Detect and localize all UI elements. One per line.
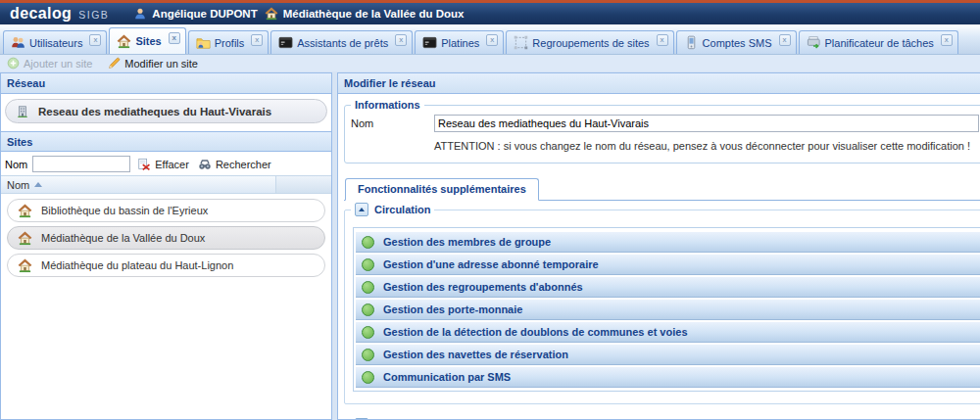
tab-utilisateurs[interactable]: Utilisateurs x: [3, 30, 107, 54]
scheduler-icon: [807, 35, 821, 50]
user-icon: [133, 7, 147, 21]
current-site-chip[interactable]: Médiathèque de la Vallée du Doux: [265, 7, 465, 21]
column-header-label: Nom: [7, 179, 29, 191]
sort-ascending-icon: [34, 182, 42, 187]
rename-warning-text: ATTENTION : si vous changez le nom du ré…: [434, 140, 979, 152]
tab-planificateur-de-taches[interactable]: Planificateur de tâches x: [799, 30, 958, 54]
circulation-features-list: Gestion des membres de groupe Gestion d'…: [353, 227, 980, 392]
feature-label: Gestion des membres de groupe: [383, 236, 551, 248]
close-icon[interactable]: x: [395, 34, 407, 46]
network-name-label: Nom: [351, 117, 434, 129]
feature-row[interactable]: Gestion des membres de groupe: [356, 232, 980, 253]
enabled-status-icon: [362, 258, 374, 271]
feature-row[interactable]: Gestion des regroupements d'abonnés: [356, 277, 980, 298]
add-site-button[interactable]: Ajouter un site: [7, 57, 92, 70]
tab-regroupements-de-sites[interactable]: Regroupements de sites x: [506, 30, 673, 54]
tab-fonctionnalites-supplementaires[interactable]: Fonctionnalités supplémentaires: [345, 178, 539, 201]
tab-label: Regroupements de sites: [532, 37, 649, 49]
app-logo: decalog: [10, 5, 72, 23]
network-header-label: Réseau: [7, 77, 45, 89]
close-icon[interactable]: x: [779, 34, 791, 46]
search-button[interactable]: Rechercher: [196, 157, 273, 172]
tab-label: Profils: [215, 37, 245, 49]
circulation-fieldset: Circulation Gestion des membres de group…: [344, 203, 980, 404]
phone-icon: [684, 35, 699, 50]
features-tab-strip: Fonctionnalités supplémentaires: [344, 178, 980, 201]
network-item-label: Reseau des mediatheques du Haut-Vivarais: [38, 106, 271, 117]
clear-filter-icon: [137, 158, 151, 171]
close-icon[interactable]: x: [89, 34, 101, 46]
site-name-filter-input[interactable]: [32, 156, 130, 172]
sites-grid-header[interactable]: Nom: [1, 175, 331, 194]
building-icon: [16, 105, 29, 118]
folder-icon: [196, 35, 211, 50]
terminal-icon: [422, 35, 437, 50]
edit-network-body: Informations Nom ATTENTION : si vous cha…: [338, 94, 980, 420]
tab-platines[interactable]: Platines x: [415, 30, 504, 54]
sites-header-label: Sites: [7, 136, 32, 148]
site-row[interactable]: Bibliothèque du bassin de l'Eyrieux: [7, 199, 325, 222]
site-row-selected[interactable]: Médiathèque de la Vallée du Doux: [7, 226, 325, 250]
home-icon: [117, 34, 131, 49]
sites-search-row: Nom Effacer Rechercher: [1, 152, 331, 175]
site-row[interactable]: Médiathèque du plateau du Haut-Lignon: [7, 254, 325, 277]
collapse-circulation-button[interactable]: [355, 203, 368, 216]
chevron-up-icon: [359, 208, 365, 211]
edit-site-label: Modifier un site: [124, 58, 198, 70]
tab-comptes-sms[interactable]: Comptes SMS x: [676, 30, 797, 54]
sites-list: Bibliothèque du bassin de l'Eyrieux Médi…: [1, 194, 331, 277]
close-icon[interactable]: x: [486, 34, 498, 46]
sites-panel: Réseau Reseau des mediatheques du Haut-V…: [0, 72, 332, 420]
plus-circle-icon: [7, 57, 20, 70]
tab-profils[interactable]: Profils x: [188, 30, 270, 54]
close-icon[interactable]: x: [251, 34, 263, 46]
close-icon[interactable]: x: [169, 32, 180, 44]
feature-row[interactable]: Gestion de la détection de doublons de c…: [356, 322, 980, 343]
feature-row[interactable]: Gestion d'une adresse abonné temporaire: [356, 255, 980, 275]
feature-row[interactable]: Gestion des porte-monnaie: [356, 300, 980, 320]
network-item[interactable]: Reseau des mediatheques du Haut-Vivarais: [5, 99, 327, 123]
clear-filter-label: Effacer: [155, 159, 189, 170]
feature-label: Gestion de la détection de doublons de c…: [383, 326, 688, 338]
app-logo-suffix: SIGB: [78, 9, 109, 21]
site-row-label: Médiathèque de la Vallée du Doux: [41, 232, 205, 244]
edit-network-header: Modifier le réseau: [338, 73, 980, 94]
enabled-status-icon: [362, 349, 374, 361]
feature-row[interactable]: Gestion des navettes de réservation: [356, 345, 980, 365]
enabled-status-icon: [362, 303, 374, 316]
circulation-legend-wrap: Circulation: [351, 203, 434, 216]
edit-network-header-label: Modifier le réseau: [344, 77, 436, 89]
tab-label: Assistants de prêts: [297, 37, 388, 49]
current-user-chip[interactable]: Angélique DUPONT: [133, 7, 257, 21]
enabled-status-icon: [362, 326, 374, 339]
enabled-status-icon: [362, 236, 374, 249]
home-icon: [18, 258, 32, 273]
main-tab-bar: Utilisateurs x Sites x Profils x Assista…: [0, 24, 980, 55]
site-row-label: Médiathèque du plateau du Haut-Lignon: [41, 259, 233, 271]
tab-assistants-de-prets[interactable]: Assistants de prêts x: [270, 30, 413, 54]
network-name-input[interactable]: [434, 115, 979, 132]
selection-icon: [514, 35, 528, 50]
informations-fieldset: Informations Nom ATTENTION : si vous cha…: [344, 99, 980, 163]
content-area: Réseau Reseau des mediatheques du Haut-V…: [0, 71, 980, 420]
tab-sites[interactable]: Sites x: [109, 27, 185, 54]
clear-filter-button[interactable]: Effacer: [135, 157, 191, 172]
tab-label: Utilisateurs: [29, 37, 82, 49]
binoculars-icon: [198, 158, 212, 171]
current-user-name: Angélique DUPONT: [152, 8, 257, 20]
close-icon[interactable]: x: [657, 34, 668, 46]
feature-label: Gestion des regroupements d'abonnés: [383, 281, 583, 293]
tab-label: Comptes SMS: [703, 37, 772, 49]
circulation-legend-label: Circulation: [374, 204, 430, 215]
close-icon[interactable]: x: [941, 34, 953, 46]
home-icon: [18, 204, 32, 218]
edit-site-button[interactable]: Modifier un site: [108, 57, 198, 70]
search-button-label: Rechercher: [216, 159, 271, 170]
users-icon: [11, 35, 25, 50]
feature-label: Gestion des navettes de réservation: [383, 349, 568, 360]
network-panel-header: Réseau: [1, 73, 331, 94]
feature-row[interactable]: Communication par SMS: [356, 367, 980, 388]
edit-network-panel: Modifier le réseau Informations Nom ATTE…: [337, 72, 980, 420]
column-header-nom[interactable]: Nom: [1, 176, 275, 193]
terminal-icon: [278, 35, 293, 50]
